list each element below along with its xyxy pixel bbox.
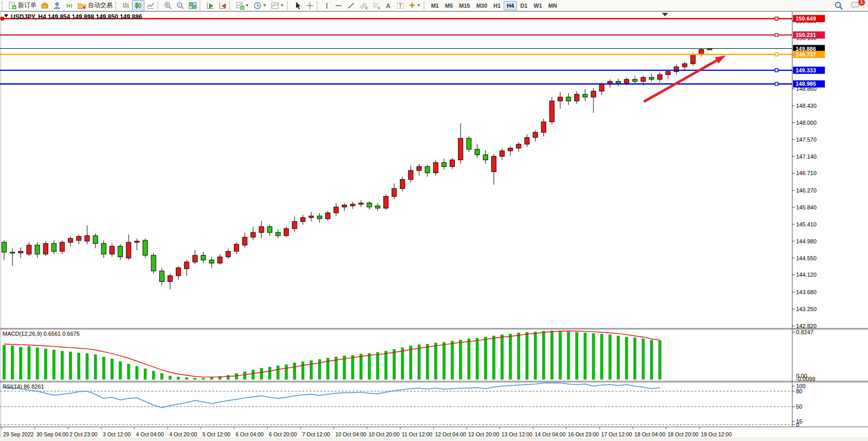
macd-histogram-bar xyxy=(550,331,553,379)
macd-histogram-bar xyxy=(177,377,180,379)
candle-body xyxy=(243,237,247,245)
macd-histogram-bar xyxy=(119,362,122,379)
horizontal-line-button[interactable] xyxy=(333,0,345,11)
price-tick-label: 145.840 xyxy=(796,204,817,210)
timeframe-mn-button[interactable]: MN xyxy=(545,1,560,10)
macd-histogram-bar xyxy=(61,351,64,379)
macd-histogram-bar xyxy=(244,372,246,379)
macd-histogram-bar xyxy=(28,347,30,379)
auto-scroll-button[interactable] xyxy=(204,0,216,11)
signals-button[interactable] xyxy=(63,0,76,11)
price-tick-label: 144.550 xyxy=(796,255,817,261)
new-order-button[interactable]: 新订单 xyxy=(6,0,39,11)
candle-body xyxy=(525,138,529,144)
autotrade-icon xyxy=(78,2,86,10)
fibonacci-button[interactable]: F xyxy=(370,0,383,11)
candle-body xyxy=(691,54,695,64)
line-handle[interactable] xyxy=(775,33,778,36)
templates-button[interactable]: ▼ xyxy=(269,0,286,11)
chevron-down-icon[interactable]: ▼ xyxy=(245,3,249,8)
timeframe-h4-button[interactable]: H4 xyxy=(504,1,517,10)
cursor-icon xyxy=(293,2,302,10)
search-button[interactable] xyxy=(832,0,845,11)
periods-button[interactable]: ▼ xyxy=(251,0,269,11)
text-button[interactable]: A xyxy=(383,0,394,11)
bar-chart-icon xyxy=(122,2,130,10)
zoom-out-button[interactable] xyxy=(174,0,187,11)
candle-chart-icon xyxy=(134,2,142,10)
timeframe-d1-button[interactable]: D1 xyxy=(517,1,530,10)
macd-histogram-bar xyxy=(376,352,379,379)
chevron-down-icon[interactable]: ▼ xyxy=(417,3,421,8)
tile-windows-button[interactable] xyxy=(187,0,199,11)
trendline-button[interactable] xyxy=(345,0,357,11)
timeframe-m30-button[interactable]: M30 xyxy=(473,1,490,10)
time-axis-label: 3 Oct 12:00 xyxy=(103,431,131,437)
candle-body xyxy=(85,236,89,241)
toolbar-grip xyxy=(229,2,232,10)
timeframe-h1-button[interactable]: H1 xyxy=(490,1,504,10)
candle-body xyxy=(19,252,23,253)
price-tick-label: 148.000 xyxy=(796,120,817,126)
price-line-tag-text: 150.649 xyxy=(796,15,816,22)
chart-shift-button[interactable] xyxy=(216,0,229,11)
crosshair-button[interactable] xyxy=(304,0,316,11)
macd-histogram-bar xyxy=(418,344,420,379)
candle-body xyxy=(334,207,339,213)
cursor-button[interactable] xyxy=(291,0,304,11)
timeframe-m15-button[interactable]: M15 xyxy=(456,1,473,10)
candle-body xyxy=(558,97,563,101)
timeframe-m5-button[interactable]: M5 xyxy=(442,1,456,10)
time-axis-label: 10 Oct 20:00 xyxy=(368,431,399,437)
rsi-axis-label: 80 xyxy=(796,388,802,394)
community-button[interactable] xyxy=(51,0,63,11)
macd-histogram-bar xyxy=(384,351,387,379)
indicators-button[interactable]: ▼ xyxy=(234,0,251,11)
line-handle[interactable] xyxy=(775,53,778,56)
candle-chart-button[interactable] xyxy=(132,0,144,11)
bar-chart-button[interactable] xyxy=(120,0,132,11)
line-handle[interactable] xyxy=(1,17,4,20)
macd-histogram-bar xyxy=(52,350,55,379)
channel-button[interactable]: E xyxy=(357,0,370,11)
time-axis-label: 6 Oct 20:00 xyxy=(269,431,297,437)
chart-area[interactable]: 150.590150.160149.730149.300148.860148.4… xyxy=(0,11,868,441)
line-handle[interactable] xyxy=(775,69,778,72)
vertical-line-button[interactable] xyxy=(321,0,333,11)
zoom-in-button[interactable] xyxy=(162,0,174,11)
macd-histogram-bar xyxy=(78,353,80,379)
timeframe-m1-button[interactable]: M1 xyxy=(428,1,442,10)
candle-body xyxy=(159,271,164,282)
line-handle[interactable] xyxy=(775,82,778,85)
price-tick-label: 147.140 xyxy=(796,154,817,160)
candle-body xyxy=(392,188,397,196)
candle-body xyxy=(284,228,289,236)
label-button[interactable]: T xyxy=(394,0,407,11)
price-line-tag-text: 148.985 xyxy=(796,81,816,87)
candle-body xyxy=(491,157,496,172)
person-icon xyxy=(53,2,61,10)
line-chart-button[interactable] xyxy=(144,0,157,11)
macd-histogram-bar xyxy=(518,333,520,379)
macd-histogram-bar xyxy=(110,359,113,379)
candle-body xyxy=(93,236,98,243)
market-watch-button[interactable] xyxy=(39,0,51,11)
chevron-down-icon[interactable]: ▼ xyxy=(263,3,267,8)
macd-histogram-bar xyxy=(476,338,478,379)
candle-body xyxy=(126,242,131,258)
macd-histogram-bar xyxy=(252,370,254,379)
auto-scroll-icon xyxy=(206,2,214,10)
macd-histogram-bar xyxy=(302,362,304,379)
macd-histogram-bar xyxy=(459,340,462,379)
line-handle[interactable] xyxy=(775,17,778,20)
notifications-button[interactable]: 1 xyxy=(848,0,863,11)
auto-trading-button[interactable]: 自动交易 xyxy=(76,0,115,11)
macd-histogram-bar xyxy=(559,331,562,379)
chevron-down-icon[interactable]: ▼ xyxy=(280,3,284,8)
shapes-button[interactable]: ▼ xyxy=(407,0,423,11)
timeframe-w1-button[interactable]: W1 xyxy=(530,1,545,10)
time-axis-label: 18 Oct 04:00 xyxy=(634,431,665,437)
candle-body xyxy=(375,206,380,208)
candle-body xyxy=(624,80,629,84)
time-axis-label: 16 Oct 23:00 xyxy=(568,431,599,437)
